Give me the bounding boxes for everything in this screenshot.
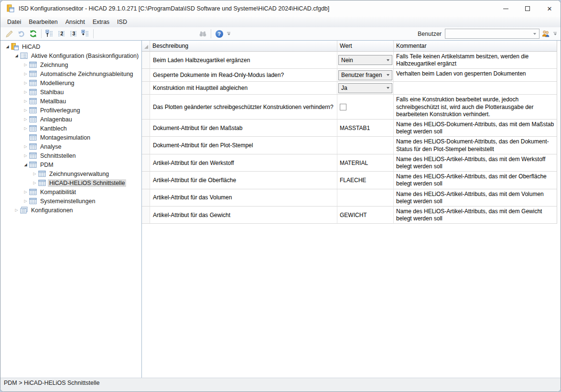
tree-item-automatische-zeichnungsableitung[interactable]: ▷Automatische Zeichnungsableitung [0,69,141,78]
minimize-button[interactable] [495,0,517,17]
tree-expand-icon[interactable]: ▷ [22,190,29,194]
expand-level-3-icon[interactable]: 3 [67,28,79,39]
setting-description: Artikel-Attribut für den Werkstoff [150,154,337,172]
chevron-down-icon [387,59,389,61]
tree-item-anlagenbau[interactable]: ▷Anlagenbau [0,115,141,124]
tree-item-konfigurationen[interactable]: ▷Konfigurationen [0,206,141,215]
expand-level-2-icon[interactable]: 2 [55,28,67,39]
setting-comment: Name des HELiOS-Artikel-Attributs, das m… [394,154,557,172]
toolbar-overflow-icon[interactable] [227,32,231,35]
value-dropdown[interactable]: Benutzer fragen [338,70,392,80]
menu-item-ansicht[interactable]: Ansicht [62,17,89,27]
tree-expand-icon[interactable]: ▷ [22,117,29,121]
tree-collapse-icon[interactable]: ◢ [13,54,20,58]
tree-item-label: Metallbau [39,98,67,105]
setting-description: Dokument-Attribut für den Plot-Stempel [150,137,337,154]
tree-item-label: Montagesimulation [39,134,92,142]
tree-item-stahlbau[interactable]: ▷Stahlbau [0,87,141,97]
toolbar-separator [41,29,42,38]
tree-expand-icon[interactable]: ▷ [22,99,29,103]
row-header[interactable] [142,69,150,82]
menu-item-datei[interactable]: Datei [3,17,25,27]
tree-item-kantblech[interactable]: ▷Kantblech [0,124,141,133]
menu-item-bearbeiten[interactable]: Bearbeiten [25,17,61,27]
row-header[interactable] [142,189,150,207]
corner-triangle-icon [144,45,148,49]
tree-expand-icon[interactable]: ▷ [13,208,20,212]
tree-item-kompatibilität[interactable]: ▷Kompatibilität [0,187,141,196]
value-text[interactable]: MASSTAB1 [337,125,372,131]
settings-grid: BeschreibungWertKommentarBeim Laden Halb… [142,41,557,224]
row-header[interactable] [142,82,150,95]
tree-expand-icon[interactable]: ▷ [22,153,29,158]
users-icon[interactable] [539,28,551,39]
user-combobox[interactable] [445,29,539,39]
tree-item-label: Aktive Konfiguration (Basiskonfiguration… [30,52,140,60]
grid-corner-header[interactable] [142,41,150,52]
tree-expand-icon[interactable]: ▷ [22,199,29,203]
tree-item-analyse[interactable]: ▷Analyse [0,142,141,151]
row-header[interactable] [142,120,150,137]
menu-item-isd[interactable]: ISD [113,17,131,27]
tree-item-systemeinstellungen[interactable]: ▷Systemeinstellungen [0,196,141,206]
value-dropdown[interactable]: Ja [338,83,392,93]
expand-all-icon[interactable] [79,28,91,39]
tree-item-hicad[interactable]: ◢HiCAD [0,42,141,51]
tree-item-zeichnungsverwaltung[interactable]: ▷Zeichnungsverwaltung [0,169,141,178]
tree-expand-icon[interactable]: ▷ [22,72,29,76]
value-text[interactable]: FLAECHE [337,177,368,184]
tree-expand-icon[interactable]: ▷ [22,108,29,112]
user-toolbar-overflow-icon[interactable] [553,32,557,35]
maximize-button[interactable] [517,0,539,17]
svg-text:3: 3 [73,31,76,36]
close-button[interactable]: ✕ [539,0,561,17]
user-label: Benutzer [418,31,442,37]
tree-item-montagesimulation[interactable]: Montagesimulation [0,133,141,142]
tree-item-pdm[interactable]: ◢PDM [0,160,141,169]
help-icon[interactable]: ? [213,28,225,39]
column-header-wert[interactable]: Wert [337,41,394,52]
tree-collapse-icon[interactable]: ◢ [22,163,29,167]
tree-item-aktive-konfiguration-basiskonfiguration-[interactable]: ◢Aktive Konfiguration (Basiskonfiguratio… [0,51,141,60]
tree-item-schnittstellen[interactable]: ▷Schnittstellen [0,151,141,160]
menu-item-extras[interactable]: Extras [89,17,113,27]
status-bar: PDM > HiCAD-HELiOS Schnittstelle [0,378,561,392]
value-checkbox[interactable] [340,104,346,110]
row-header[interactable] [142,52,150,69]
tree-expand-icon[interactable]: ▷ [32,172,38,176]
tree-collapse-icon[interactable]: ◢ [4,44,11,49]
collapse-all-icon[interactable] [43,28,55,39]
row-header[interactable] [142,207,150,224]
tree-item-metallbau[interactable]: ▷Metallbau [0,97,141,106]
tree-expand-icon[interactable]: ▷ [22,63,29,67]
tree-item-label: Kompatibilität [39,188,77,196]
value-text[interactable]: GEWICHT [337,212,369,218]
column-header-kommentar[interactable]: Kommentar [394,41,557,52]
tree-item-label: Konfigurationen [30,207,75,214]
setting-comment [394,82,557,95]
setting-value-cell: GEWICHT [337,207,394,224]
tree-expand-icon[interactable]: ▷ [32,181,38,185]
tree-expand-icon[interactable]: ▷ [22,90,29,94]
tree-item-zeichnung[interactable]: ▷Zeichnung [0,60,141,69]
setting-value-cell: MASSTAB1 [337,120,394,137]
table-icon [29,134,37,141]
setting-description: Beim Laden Halbzeugartikel ergänzen [150,52,337,69]
column-header-beschreibung[interactable]: Beschreibung [150,41,337,52]
row-header[interactable] [142,95,150,120]
refresh-icon[interactable] [27,28,39,39]
tree-item-label: Modellierung [39,79,76,87]
table-icon [29,61,37,68]
tree-expand-icon[interactable]: ▷ [22,81,29,85]
tree-expand-icon[interactable]: ▷ [22,144,29,149]
row-header[interactable] [142,137,150,154]
value-dropdown[interactable]: Nein [338,55,392,65]
tree-expand-icon[interactable]: ▷ [22,126,29,131]
tree-item-modellierung[interactable]: ▷Modellierung [0,78,141,87]
row-header[interactable] [142,172,150,189]
tree-item-hicad-helios-schnittstelle[interactable]: ▷HiCAD-HELiOS Schnittstelle [0,178,141,187]
tree-item-profilverlegung[interactable]: ▷Profilverlegung [0,106,141,115]
tree-item-label: Analyse [39,143,63,151]
row-header[interactable] [142,154,150,172]
value-text[interactable]: MATERIAL [337,160,370,166]
